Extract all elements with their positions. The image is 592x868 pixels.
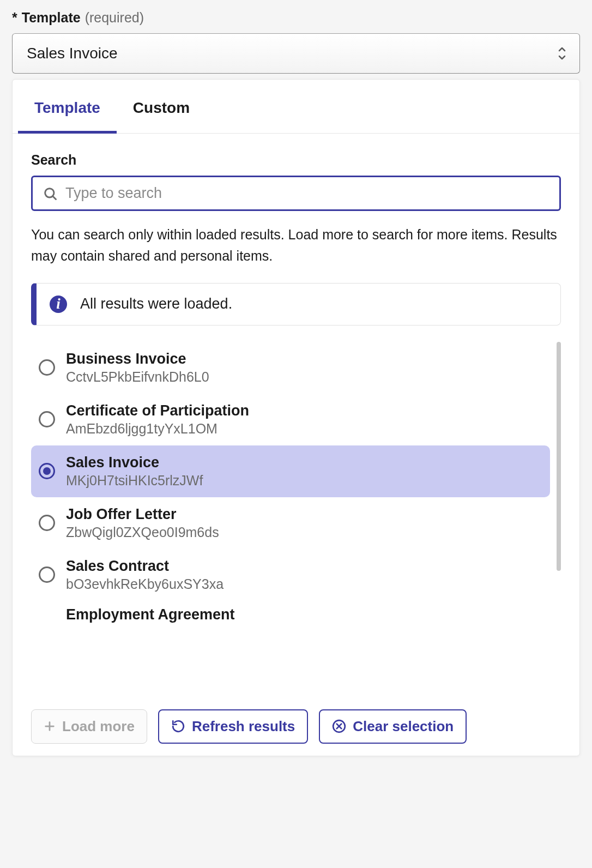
info-banner: i All results were loaded. xyxy=(31,283,561,326)
result-title: Business Invoice xyxy=(66,351,209,367)
radio-icon xyxy=(39,566,55,583)
info-icon: i xyxy=(50,296,67,313)
result-subtitle: bO3evhkReKby6uxSY3xa xyxy=(66,576,223,592)
result-row[interactable]: Sales Invoice MKj0H7tsiHKIc5rlzJWf xyxy=(31,445,550,497)
result-title: Sales Contract xyxy=(66,558,223,575)
result-subtitle: ZbwQigl0ZXQeo0I9m6ds xyxy=(66,525,219,540)
result-row[interactable]: Sales Contract bO3evhkReKby6uxSY3xa xyxy=(31,549,550,601)
plus-icon xyxy=(44,720,56,732)
required-text: (required) xyxy=(85,10,144,26)
select-value: Sales Invoice xyxy=(27,45,118,62)
result-title: Job Offer Letter xyxy=(66,506,219,523)
tabs: Template Custom xyxy=(13,80,579,134)
tab-template[interactable]: Template xyxy=(18,80,117,133)
search-help-text: You can search only within loaded result… xyxy=(31,224,561,267)
search-field-wrap[interactable] xyxy=(31,176,561,211)
search-input[interactable] xyxy=(65,185,549,202)
clear-icon xyxy=(332,719,346,733)
chevron-updown-icon xyxy=(557,46,567,61)
radio-icon xyxy=(39,463,55,479)
svg-line-1 xyxy=(53,196,56,199)
search-icon xyxy=(43,186,58,201)
result-row[interactable]: Business Invoice CctvL5PkbEifvnkDh6L0 xyxy=(31,342,550,394)
dropdown-panel: Template Custom Search You can search on… xyxy=(12,79,580,756)
required-asterisk: * xyxy=(12,10,17,26)
template-select[interactable]: Sales Invoice xyxy=(12,33,580,74)
result-subtitle: AmEbzd6ljgg1tyYxL1OM xyxy=(66,421,249,437)
radio-icon xyxy=(39,411,55,427)
radio-icon xyxy=(39,515,55,531)
tab-custom[interactable]: Custom xyxy=(117,80,206,133)
refresh-button[interactable]: Refresh results xyxy=(158,709,308,744)
results-scroll: Business Invoice CctvL5PkbEifvnkDh6L0 Ce… xyxy=(31,342,561,696)
footer-actions: Load more Refresh results Clear selectio… xyxy=(13,709,579,756)
result-title: Sales Invoice xyxy=(66,454,203,471)
scrollbar-thumb[interactable] xyxy=(557,342,561,571)
radio-icon xyxy=(39,359,55,376)
load-more-button: Load more xyxy=(31,709,147,744)
clear-selection-button[interactable]: Clear selection xyxy=(319,709,467,744)
refresh-icon xyxy=(171,719,185,733)
field-label: * Template (required) xyxy=(12,10,580,26)
result-row[interactable]: Certificate of Participation AmEbzd6ljgg… xyxy=(31,394,550,445)
search-label: Search xyxy=(31,152,561,168)
result-subtitle: MKj0H7tsiHKIc5rlzJWf xyxy=(66,473,203,489)
result-subtitle: CctvL5PkbEifvnkDh6L0 xyxy=(66,369,209,385)
result-row-peek: Employment Agreement xyxy=(31,601,550,623)
result-row[interactable]: Job Offer Letter ZbwQigl0ZXQeo0I9m6ds xyxy=(31,497,550,549)
result-title: Employment Agreement xyxy=(66,606,542,623)
info-banner-text: All results were loaded. xyxy=(80,296,232,312)
result-title: Certificate of Participation xyxy=(66,402,249,419)
field-label-text: Template xyxy=(22,10,81,26)
